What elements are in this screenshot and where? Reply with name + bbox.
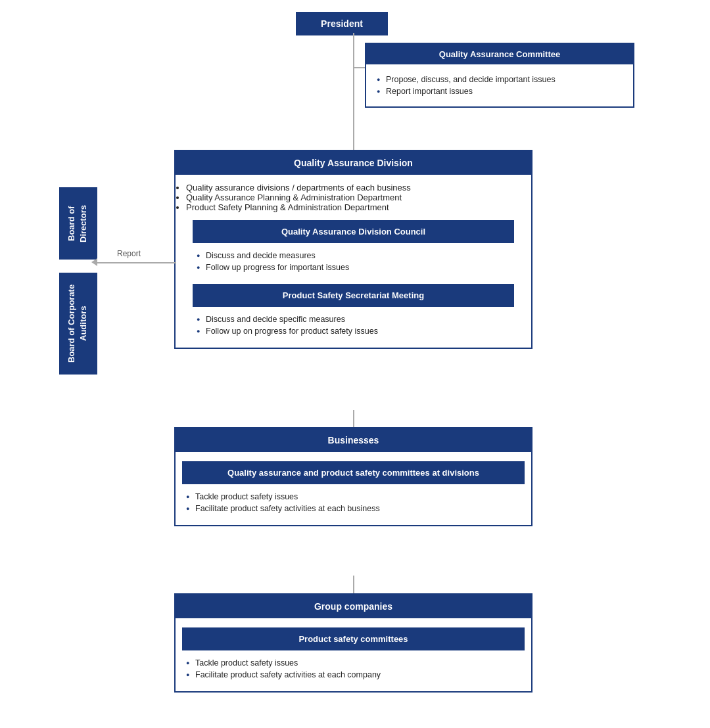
group-committee-box: Product safety committees [182, 627, 525, 650]
group-committee-body: Tackle product safety issues Facilitate … [176, 650, 531, 683]
qa-committee-header: Quality Assurance Committee [366, 44, 633, 64]
group-companies-body: Product safety committees Tackle product… [176, 627, 531, 691]
list-item: Report important issues [377, 85, 623, 97]
report-arrow-line [97, 262, 176, 263]
list-item: Discuss and decide measures [197, 250, 510, 262]
connector-president-to-qa [353, 33, 354, 161]
qa-council-bullets: Discuss and decide measures Follow up pr… [197, 250, 510, 273]
businesses-committee-box: Quality assurance and product safety com… [182, 461, 525, 484]
list-item: Follow up progress for important issues [197, 262, 510, 273]
diagram-container: President Quality Assurance Committee Pr… [0, 0, 710, 33]
board-auditors-label: Board of Corporate Auditors [66, 284, 88, 363]
list-item: Tackle product safety issues [186, 657, 521, 669]
qa-council-body: Discuss and decide measures Follow up pr… [186, 243, 521, 276]
president-label: President [321, 18, 363, 29]
board-directors-label: Board of Directors [66, 204, 88, 242]
board-auditors-box: Board of Corporate Auditors [59, 273, 97, 375]
group-committee-bullets: Tackle product safety issues Facilitate … [186, 657, 521, 681]
group-companies-header: Group companies [176, 595, 531, 618]
businesses-header: Businesses [176, 428, 531, 452]
qa-committee-box: Quality Assurance Committee Propose, dis… [365, 43, 634, 108]
qa-division-header: Quality Assurance Division [176, 151, 531, 175]
product-safety-secretariat-box: Product Safety Secretariat Meeting [193, 284, 514, 307]
qa-division-bullets: Quality assurance divisions / department… [186, 183, 521, 212]
list-item: Propose, discuss, and decide important i… [377, 74, 623, 85]
group-companies-box: Group companies Product safety committee… [174, 593, 532, 693]
qa-division-council-box: Quality Assurance Division Council [193, 220, 514, 243]
list-item: Facilitate product safety activities at … [186, 669, 521, 681]
list-item: Follow up on progress for product safety… [197, 325, 510, 337]
report-arrowhead [91, 258, 97, 266]
report-label: Report [117, 249, 141, 258]
president-box: President [296, 12, 388, 35]
qa-committee-bullets: Propose, discuss, and decide important i… [377, 74, 623, 97]
qa-committee-body: Propose, discuss, and decide important i… [366, 64, 633, 106]
qa-division-box: Quality Assurance Division Quality assur… [174, 150, 532, 349]
list-item: Discuss and decide specific measures [197, 313, 510, 325]
businesses-body: Quality assurance and product safety com… [176, 461, 531, 525]
businesses-committee-body: Tackle product safety issues Facilitate … [176, 484, 531, 517]
list-item: Quality assurance divisions / department… [186, 183, 521, 193]
businesses-box: Businesses Quality assurance and product… [174, 427, 532, 526]
list-item: Facilitate product safety activities at … [186, 503, 521, 514]
businesses-committee-bullets: Tackle product safety issues Facilitate … [186, 491, 521, 514]
list-item: Quality Assurance Planning & Administrat… [186, 193, 521, 202]
qa-division-body: Quality assurance divisions / department… [176, 175, 531, 348]
list-item: Tackle product safety issues [186, 491, 521, 503]
board-directors-box: Board of Directors [59, 187, 97, 260]
secretariat-body: Discuss and decide specific measures Fol… [186, 307, 521, 340]
secretariat-bullets: Discuss and decide specific measures Fol… [197, 313, 510, 337]
list-item: Product Safety Planning & Administration… [186, 202, 521, 212]
